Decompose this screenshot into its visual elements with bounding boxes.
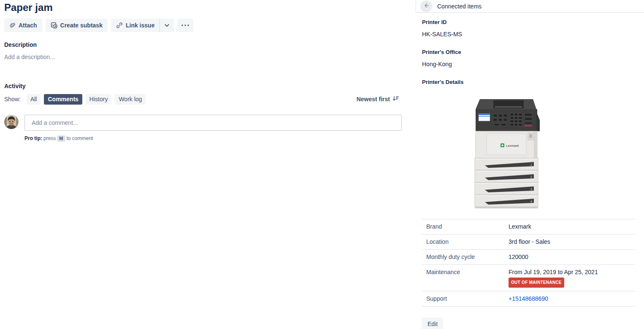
- row-label: Maintenance: [422, 265, 504, 291]
- link-issue-dropdown-button[interactable]: [160, 19, 174, 32]
- row-value: From Jul 19, 2019 to Apr 25, 2021 OUT OF…: [504, 265, 635, 291]
- pro-tip-prefix: Pro tip:: [24, 135, 42, 141]
- status-badge: OUT OF MAINTENANCE: [509, 278, 564, 288]
- chain-link-icon: [116, 22, 123, 29]
- maintenance-dates: From Jul 19, 2019 to Apr 25, 2021: [509, 269, 598, 275]
- description-placeholder[interactable]: Add a description...: [4, 54, 402, 60]
- row-value: 3rd floor - Sales: [504, 235, 635, 250]
- sort-order-button[interactable]: Newest first: [357, 96, 402, 102]
- connected-items-header: Connected items: [416, 0, 644, 13]
- filter-worklog[interactable]: Work log: [115, 94, 146, 105]
- ellipsis-icon: [181, 24, 189, 26]
- pro-tip: Pro tip:pressMto comment: [24, 135, 402, 142]
- connected-items-panel: Connected items Printer ID HK-SALES-MS P…: [416, 0, 644, 329]
- table-row-location: Location 3rd floor - Sales: [422, 235, 635, 250]
- edit-button[interactable]: Edit: [422, 318, 443, 329]
- tray-number: 3: [530, 188, 532, 191]
- link-issue-button-group: Link issue: [111, 19, 174, 32]
- pro-tip-press: press: [43, 135, 56, 141]
- tray-number: 2: [530, 175, 532, 178]
- chevron-down-icon: [165, 24, 169, 27]
- page-title: Paper jam: [4, 2, 402, 13]
- pro-tip-suffix: to comment: [67, 135, 93, 141]
- row-label: Brand: [422, 219, 504, 235]
- printer-id-value: HK-SALES-MS: [422, 31, 644, 38]
- issue-main: Paper jam Attach Create subtask Link iss…: [4, 2, 402, 142]
- table-row-brand: Brand Lexmark: [422, 219, 635, 235]
- comment-row: [4, 115, 402, 131]
- tray-number: 1: [530, 163, 532, 166]
- subtask-checkbox-icon: [51, 22, 57, 29]
- back-button[interactable]: [420, 0, 432, 12]
- printer-office-value: Hong-Kong: [422, 61, 644, 67]
- link-issue-label: Link issue: [126, 22, 154, 29]
- printer-details-label: Printer's Details: [422, 79, 644, 85]
- connected-items-body: Printer ID HK-SALES-MS Printer's Office …: [416, 19, 644, 329]
- row-label: Monthly duty cycle: [422, 250, 504, 265]
- arrow-left-icon: [423, 2, 430, 10]
- sort-order-label: Newest first: [357, 96, 390, 102]
- activity-filter-row: Show: All Comments History Work log Newe…: [4, 94, 402, 105]
- printer-details-table: Brand Lexmark Location 3rd floor - Sales…: [422, 219, 635, 307]
- printer-logo-text: Lexmark: [506, 144, 520, 148]
- attach-button[interactable]: Attach: [4, 19, 42, 32]
- user-avatar: [4, 115, 19, 129]
- row-value: 120000: [504, 250, 635, 265]
- printer-photo: Lexmark 1 2 3: [470, 95, 542, 210]
- description-label: Description: [4, 41, 402, 48]
- link-issue-button[interactable]: Link issue: [111, 19, 160, 32]
- sort-descending-icon: [392, 96, 399, 102]
- activity-label: Activity: [4, 83, 402, 89]
- table-row-duty-cycle: Monthly duty cycle 120000: [422, 250, 635, 265]
- table-row-support: Support +15148688690: [422, 291, 635, 307]
- row-label: Support: [422, 291, 504, 307]
- create-subtask-label: Create subtask: [60, 22, 103, 29]
- row-value: Lexmark: [504, 219, 635, 235]
- filter-history[interactable]: History: [86, 94, 112, 105]
- more-actions-button[interactable]: [177, 19, 193, 32]
- printer-office-label: Printer's Office: [422, 49, 644, 55]
- panel-title: Connected items: [437, 3, 482, 10]
- tray-number: 4: [530, 200, 532, 203]
- create-subtask-button[interactable]: Create subtask: [46, 19, 108, 32]
- printer-id-label: Printer ID: [422, 19, 644, 25]
- paperclip-icon: [9, 22, 16, 29]
- filter-comments[interactable]: Comments: [44, 94, 82, 105]
- support-phone-link[interactable]: +15148688690: [509, 295, 548, 302]
- comment-input[interactable]: [24, 115, 402, 131]
- filter-all[interactable]: All: [27, 94, 41, 105]
- issue-toolbar: Attach Create subtask Link issue: [4, 19, 402, 32]
- row-label: Location: [422, 235, 504, 250]
- keyboard-key-m: M: [57, 135, 65, 142]
- show-label: Show:: [4, 96, 21, 102]
- attach-label: Attach: [19, 22, 37, 29]
- table-row-maintenance: Maintenance From Jul 19, 2019 to Apr 25,…: [422, 265, 635, 291]
